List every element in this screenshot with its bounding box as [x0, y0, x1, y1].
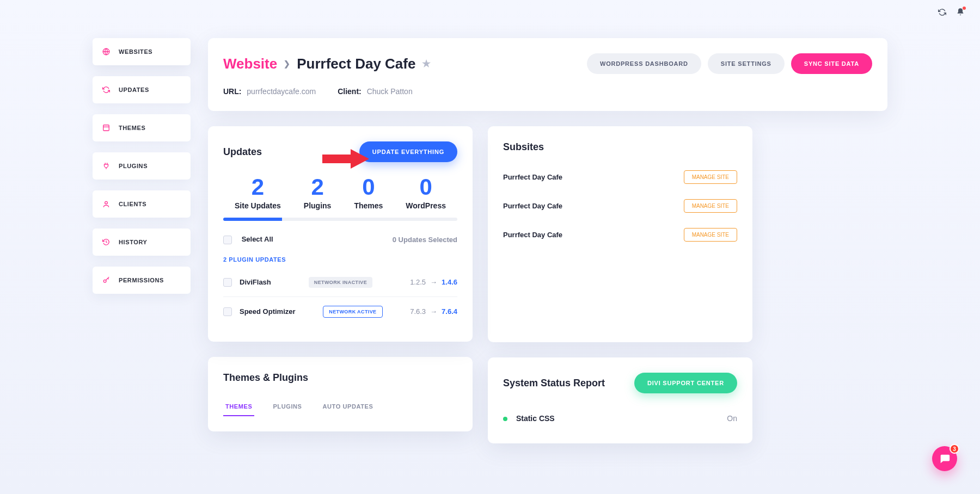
update-everything-button[interactable]: UPDATE EVERYTHING	[359, 141, 457, 162]
sidebar-item-label: HISTORY	[119, 239, 148, 245]
network-status-badge: NETWORK ACTIVE	[323, 306, 382, 318]
update-row-checkbox[interactable]	[223, 278, 232, 287]
system-status-title: System Status Report	[503, 378, 605, 389]
updates-panel: Updates UPDATE EVERYTHING 2 Site Updates	[208, 126, 473, 342]
chevron-right-icon: ❯	[284, 59, 290, 68]
site-header-card: Website ❯ Purrfect Day Cafe ★ WORDPRESS …	[208, 38, 887, 111]
sidebar: WEBSITES UPDATES THEMES PLUGINS CLIENTS	[93, 38, 191, 443]
themes-plugins-title: Themes & Plugins	[223, 372, 308, 384]
url-value: purrfectdaycafe.com	[247, 87, 316, 96]
client-value: Chuck Patton	[367, 87, 413, 96]
version-new: 1.4.6	[442, 278, 457, 286]
bell-icon[interactable]	[956, 8, 965, 16]
history-icon	[102, 238, 111, 246]
sync-site-data-button[interactable]: SYNC SITE DATA	[791, 53, 872, 74]
svg-rect-1	[103, 125, 109, 131]
system-item-label: Static CSS	[516, 414, 555, 423]
system-status-row: Static CSS On	[503, 409, 737, 428]
sidebar-item-websites[interactable]: WEBSITES	[93, 38, 191, 65]
counter-site-updates: 2 Site Updates	[235, 174, 281, 210]
refresh-icon[interactable]	[938, 8, 946, 16]
subsite-name: Purrfect Day Cafe	[503, 231, 562, 239]
arrow-right-icon: →	[430, 278, 437, 286]
refresh-icon	[102, 86, 111, 94]
counter-wordpress: 0 WordPress	[406, 174, 446, 210]
system-status-panel: System Status Report DIVI SUPPORT CENTER…	[488, 357, 752, 443]
update-row: Speed Optimizer NETWORK ACTIVE 7.6.3 → 7…	[223, 297, 457, 326]
divi-support-center-button[interactable]: DIVI SUPPORT CENTER	[634, 373, 737, 393]
subsites-panel: Subsites Purrfect Day Cafe MANAGE SITE P…	[488, 126, 752, 342]
layout-icon	[102, 124, 111, 132]
version-old: 1.2.5	[410, 278, 426, 286]
select-all-checkbox[interactable]	[223, 236, 232, 244]
subsite-name: Purrfect Day Cafe	[503, 173, 562, 181]
breadcrumb-root[interactable]: Website	[223, 55, 277, 72]
star-icon[interactable]: ★	[422, 58, 431, 70]
tab-plugins[interactable]: PLUGINS	[271, 398, 304, 416]
url-label: URL:	[223, 87, 241, 96]
version-new: 7.6.4	[442, 307, 457, 316]
system-item-value: On	[727, 414, 737, 423]
breadcrumb: Website ❯ Purrfect Day Cafe ★	[223, 55, 431, 72]
subsite-name: Purrfect Day Cafe	[503, 202, 562, 210]
sidebar-item-plugins[interactable]: PLUGINS	[93, 152, 191, 180]
updates-progress	[223, 218, 457, 221]
sidebar-item-label: THEMES	[119, 125, 145, 131]
manage-site-button[interactable]: MANAGE SITE	[684, 199, 737, 213]
themes-plugins-panel: Themes & Plugins THEMES PLUGINS AUTO UPD…	[208, 357, 473, 431]
wordpress-dashboard-button[interactable]: WORDPRESS DASHBOARD	[587, 53, 701, 74]
updates-title: Updates	[223, 146, 262, 158]
subsites-title: Subsites	[503, 141, 737, 153]
subsite-row: Purrfect Day Cafe MANAGE SITE	[503, 192, 737, 220]
notification-dot	[963, 7, 966, 10]
sidebar-item-history[interactable]: HISTORY	[93, 229, 191, 256]
page-title: Purrfect Day Cafe	[297, 55, 415, 72]
chat-fab-button[interactable]: 3	[932, 446, 957, 471]
network-status-badge: NETWORK INACTIVE	[309, 277, 372, 288]
selected-count: 0 Updates Selected	[393, 236, 457, 244]
counter-themes: 0 Themes	[354, 174, 383, 210]
globe-icon	[102, 48, 111, 55]
sidebar-item-label: CLIENTS	[119, 201, 146, 207]
sidebar-item-themes[interactable]: THEMES	[93, 114, 191, 141]
manage-site-button[interactable]: MANAGE SITE	[684, 170, 737, 184]
update-row-checkbox[interactable]	[223, 307, 232, 316]
plugin-updates-heading: 2 PLUGIN UPDATES	[223, 256, 457, 263]
manage-site-button[interactable]: MANAGE SITE	[684, 228, 737, 242]
sidebar-item-label: WEBSITES	[119, 48, 152, 55]
status-dot-icon	[503, 417, 507, 421]
sidebar-item-label: PLUGINS	[119, 163, 148, 169]
site-settings-button[interactable]: SITE SETTINGS	[708, 53, 785, 74]
plug-icon	[102, 162, 111, 170]
sidebar-item-clients[interactable]: CLIENTS	[93, 190, 191, 218]
version-old: 7.6.3	[410, 307, 426, 316]
counter-plugins: 2 Plugins	[304, 174, 332, 210]
select-all-label: Select All	[242, 235, 273, 243]
update-row: DiviFlash NETWORK INACTIVE 1.2.5 → 1.4.6	[223, 268, 457, 297]
tab-auto-updates[interactable]: AUTO UPDATES	[321, 398, 376, 416]
tab-themes[interactable]: THEMES	[223, 398, 254, 416]
sidebar-item-permissions[interactable]: PERMISSIONS	[93, 267, 191, 294]
key-icon	[102, 276, 111, 284]
user-icon	[102, 200, 111, 208]
sidebar-item-label: UPDATES	[119, 87, 149, 93]
sidebar-item-label: PERMISSIONS	[119, 277, 164, 283]
plugin-name: DiviFlash	[240, 278, 271, 286]
chat-badge: 3	[950, 444, 959, 454]
subsite-row: Purrfect Day Cafe MANAGE SITE	[503, 220, 737, 249]
svg-point-2	[105, 201, 108, 204]
client-label: Client:	[338, 87, 362, 96]
subsite-row: Purrfect Day Cafe MANAGE SITE	[503, 163, 737, 192]
svg-point-3	[103, 280, 106, 282]
arrow-right-icon: →	[430, 307, 437, 316]
sidebar-item-updates[interactable]: UPDATES	[93, 76, 191, 103]
plugin-name: Speed Optimizer	[240, 307, 296, 316]
